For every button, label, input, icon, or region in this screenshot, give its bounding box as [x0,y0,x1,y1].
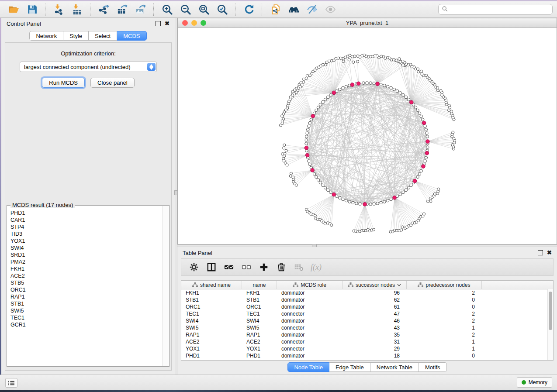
mcds-result-item[interactable]: CAR1 [10,217,159,224]
zoom-out-button[interactable] [177,3,194,17]
refresh-button[interactable] [240,3,257,17]
memory-label: Memory [529,379,547,385]
mcds-result-list: PHD1CAR1STP4TID3YOX1SWI4SRD1PMA2FKH1ACE2… [7,207,163,366]
network-graph-canvas[interactable] [178,28,557,244]
export-image-icon [135,4,146,15]
select-all-rows-button[interactable] [221,261,236,274]
tab-network[interactable]: Network [29,31,63,41]
mcds-result-item[interactable]: GCR1 [10,321,159,328]
tab-motifs[interactable]: Motifs [419,362,447,372]
tab-node-table[interactable]: Node Table [287,362,329,372]
mcds-result-item[interactable]: FKH1 [10,265,159,272]
list-icon [8,380,14,386]
import-network-button[interactable] [50,3,67,17]
cell-shared-name: ORC1 [181,304,242,310]
first-neighbors-button[interactable] [285,3,302,17]
sitemap-icon [192,282,198,287]
table-row[interactable]: SWI5SWI5connector431 [181,324,553,331]
export-image-button[interactable] [132,3,149,17]
float-table-panel-icon[interactable] [538,250,543,255]
table-row[interactable]: SWI4SWI4dominator462 [181,317,553,324]
mcds-result-item[interactable]: ACE2 [10,272,159,279]
table-row[interactable]: TEC1TEC1connector472 [181,310,553,317]
memory-button[interactable]: Memory [517,377,552,388]
column-header-MCDS-role[interactable]: MCDS role [277,281,343,289]
table-row[interactable]: RAP1RAP1dominator352 [181,331,553,338]
zoom-selected-button[interactable] [214,3,230,17]
tab-network-table[interactable]: Network Table [370,362,419,372]
control-panel-title: Control Panel [7,21,41,27]
mcds-result-item[interactable]: SWI4 [10,244,159,251]
table-row[interactable]: STB1STB1dominator620 [181,296,553,303]
cell-MCDS-role: dominator [277,353,343,359]
network-window: YPA_prune.txt_1 [177,18,557,244]
mcds-result-item[interactable]: PMA2 [10,258,159,265]
float-panel-icon[interactable] [156,21,161,26]
mcds-result-item[interactable]: ORC1 [10,286,159,293]
copy-network-button[interactable] [267,3,284,17]
network-window-titlebar[interactable]: YPA_prune.txt_1 [178,18,557,28]
cell-shared-name: RAP1 [181,332,242,338]
mcds-result-item[interactable]: PHD1 [10,210,159,217]
import-table-button[interactable] [69,3,85,17]
mcds-result-item[interactable]: STP4 [10,224,159,230]
table-row[interactable]: ORC1ORC1dominator610 [181,303,553,310]
column-header-shared-name[interactable]: shared name [181,281,242,289]
select-all-rows-icon [224,262,234,272]
mcds-result-item[interactable]: TID3 [10,230,159,237]
mcds-result-item[interactable]: TEC1 [10,314,159,321]
hide-selected-icon [307,4,318,15]
sitemap-icon [418,282,423,287]
mcds-result-scrollbar[interactable] [163,206,169,366]
mcds-result-item[interactable]: RAP1 [10,293,159,300]
search-input[interactable] [450,6,549,13]
table-row[interactable]: YOX1YOX1connector291 [181,345,553,352]
zoom-selected-icon [217,4,228,15]
open-file-button[interactable] [5,3,22,17]
table-scrollbar[interactable] [547,289,553,360]
cell-successor-nodes: 43 [343,325,407,331]
tab-edge-table[interactable]: Edge Table [329,362,370,372]
table-scrollbar-thumb[interactable] [549,292,552,330]
table-panel-title: Table Panel [183,250,212,256]
cell-shared-name: FKH1 [181,290,242,296]
tab-mcds[interactable]: MCDS [117,31,146,41]
mcds-result-item[interactable]: SWI5 [10,307,159,314]
tab-style[interactable]: Style [63,31,89,41]
task-history-button[interactable] [5,378,17,388]
minimize-window-icon[interactable] [191,20,197,26]
cell-name: TEC1 [242,311,277,317]
run-mcds-button[interactable]: Run MCDS [42,78,85,88]
node-table: shared namenameMCDS rolesuccessor nodesp… [181,280,554,361]
mcds-result-item[interactable]: STB5 [10,279,159,286]
maximize-window-icon[interactable] [201,20,206,26]
mcds-result-item[interactable]: YOX1 [10,237,159,244]
mcds-result-item[interactable]: STB1 [10,300,159,307]
hide-selected-button[interactable] [304,3,320,17]
close-panel-button[interactable]: Close panel [90,78,135,88]
table-settings-button[interactable] [187,261,201,274]
close-panel-icon[interactable]: ✖ [165,21,170,26]
tab-select[interactable]: Select [89,31,117,41]
toolbar-separator [153,3,154,16]
close-table-panel-icon[interactable]: ✖ [547,251,552,255]
column-header-successor-nodes[interactable]: successor nodes [343,281,407,289]
zoom-in-button[interactable] [159,3,175,17]
add-column-button[interactable] [256,261,271,274]
optimization-criterion-select[interactable]: largest connected component (undirected) [20,62,157,72]
column-visibility-button[interactable] [204,261,218,274]
column-header-name[interactable]: name [242,281,277,289]
table-row[interactable]: FKH1FKH1dominator962 [181,289,553,296]
cell-name: YOX1 [242,346,277,352]
column-header-predecessor-nodes[interactable]: predecessor nodes [407,281,482,289]
export-network-button[interactable] [95,3,112,17]
delete-column-button[interactable] [274,261,288,274]
mcds-result-item[interactable]: SRD1 [10,251,159,258]
table-row[interactable]: PHD1PHD1dominator180 [181,352,553,359]
zoom-fit-button[interactable] [195,3,212,17]
table-row[interactable]: ACE2ACE2connector311 [181,338,553,345]
close-window-icon[interactable] [182,20,188,26]
deselect-all-rows-button[interactable] [239,261,253,274]
export-table-button[interactable] [114,3,130,17]
save-session-button[interactable] [24,3,40,17]
